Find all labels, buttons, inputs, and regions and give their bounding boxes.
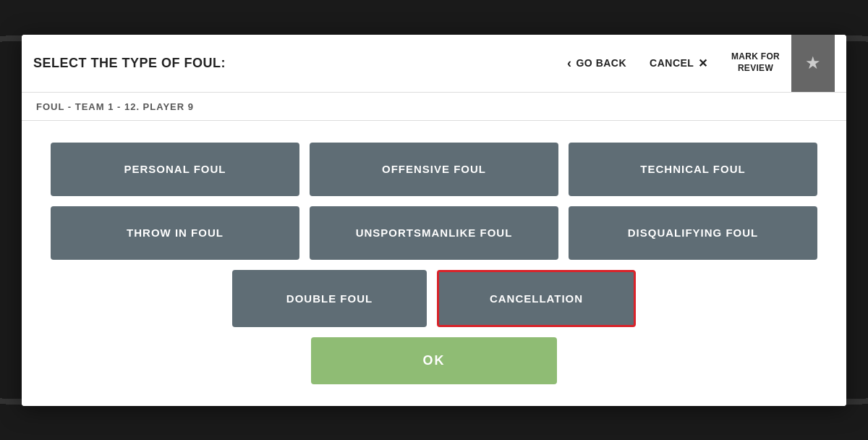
star-button[interactable]: ★ — [791, 35, 835, 93]
close-icon: ✕ — [698, 56, 708, 70]
cancel-label: CANCEL — [650, 57, 694, 69]
breadcrumb: FOUL - TEAM 1 - 12. PLAYER 9 — [36, 101, 194, 112]
go-back-label: GO BACK — [576, 57, 626, 69]
throw-in-foul-label: THROW IN FOUL — [127, 227, 224, 239]
spacer-right — [646, 270, 817, 327]
technical-foul-button[interactable]: TECHNICAL FOUL — [569, 143, 817, 196]
personal-foul-button[interactable]: PERSONAL FOUL — [51, 143, 299, 196]
go-back-button[interactable]: ‹ GO BACK — [556, 50, 638, 77]
foul-row-1: PERSONAL FOUL OFFENSIVE FOUL TECHNICAL F… — [51, 143, 817, 196]
personal-foul-label: PERSONAL FOUL — [124, 163, 226, 175]
unsportsmanlike-foul-button[interactable]: UNSPORTSMANLIKE FOUL — [310, 206, 558, 260]
offensive-foul-label: OFFENSIVE FOUL — [382, 163, 486, 175]
ok-label: OK — [423, 353, 446, 368]
spacer-left — [51, 270, 222, 327]
modal-header: SELECT THE TYPE OF FOUL: ‹ GO BACK CANCE… — [22, 35, 846, 93]
header-actions: ‹ GO BACK CANCEL ✕ MARK FORREVIEW ★ — [556, 35, 835, 93]
double-foul-label: DOUBLE FOUL — [286, 292, 373, 305]
offensive-foul-button[interactable]: OFFENSIVE FOUL — [310, 143, 558, 196]
unsportsmanlike-foul-label: UNSPORTSMANLIKE FOUL — [356, 227, 513, 239]
modal-content: PERSONAL FOUL OFFENSIVE FOUL TECHNICAL F… — [22, 121, 846, 406]
modal-container: SELECT THE TYPE OF FOUL: ‹ GO BACK CANCE… — [22, 35, 846, 406]
breadcrumb-bar: FOUL - TEAM 1 - 12. PLAYER 9 — [22, 93, 846, 121]
throw-in-foul-button[interactable]: THROW IN FOUL — [51, 206, 299, 260]
mark-for-review-button[interactable]: MARK FORREVIEW — [720, 46, 791, 80]
disqualifying-foul-label: DISQUALIFYING FOUL — [628, 227, 759, 239]
chevron-left-icon: ‹ — [567, 56, 572, 71]
star-icon: ★ — [805, 53, 821, 73]
modal-title: SELECT THE TYPE OF FOUL: — [33, 56, 556, 71]
cancellation-label: CANCELLATION — [490, 292, 583, 305]
cancel-button[interactable]: CANCEL ✕ — [638, 51, 720, 76]
disqualifying-foul-button[interactable]: DISQUALIFYING FOUL — [569, 206, 817, 260]
technical-foul-label: TECHNICAL FOUL — [640, 163, 745, 175]
ok-button[interactable]: OK — [311, 337, 557, 384]
foul-row-3: DOUBLE FOUL CANCELLATION — [51, 270, 817, 327]
cancellation-button[interactable]: CANCELLATION — [437, 270, 636, 327]
double-foul-button[interactable]: DOUBLE FOUL — [232, 270, 427, 327]
mark-review-label: MARK FORREVIEW — [731, 51, 780, 74]
foul-row-2: THROW IN FOUL UNSPORTSMANLIKE FOUL DISQU… — [51, 206, 817, 260]
ok-row: OK — [51, 337, 817, 384]
